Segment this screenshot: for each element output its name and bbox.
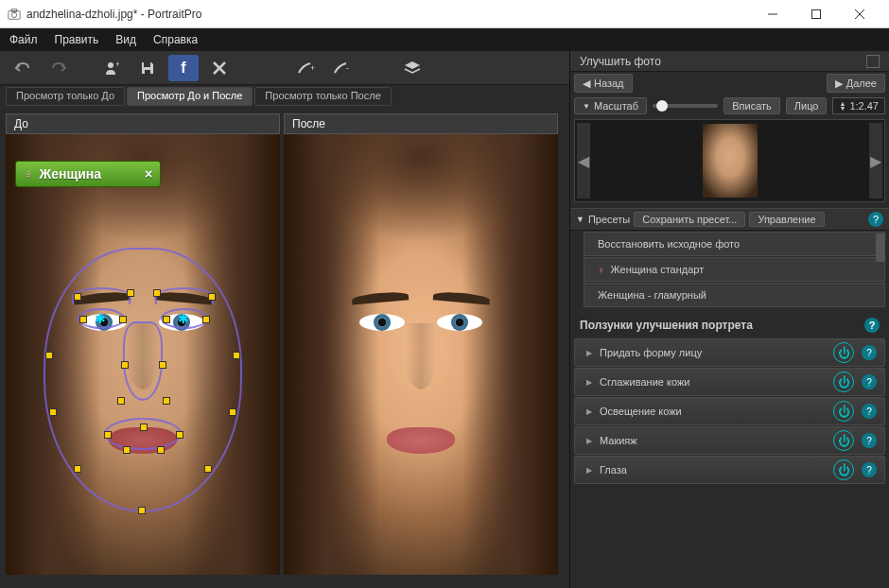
svg-rect-4: [812, 9, 821, 18]
triangle-right-icon: ▶: [586, 466, 592, 475]
preset-scrollbar[interactable]: [876, 233, 885, 262]
triangle-right-icon: ▶: [586, 378, 592, 387]
close-button[interactable]: [838, 0, 881, 28]
venus-icon: ♀: [598, 265, 605, 275]
tab-before-only[interactable]: Просмотр только До: [6, 87, 125, 106]
tab-after-only[interactable]: Просмотр только После: [254, 87, 391, 106]
tab-before-after[interactable]: Просмотр До и После: [127, 87, 253, 106]
strip-prev-button[interactable]: ◀: [577, 123, 590, 199]
save-button[interactable]: [132, 55, 163, 81]
triangle-left-icon: ◀: [583, 78, 590, 90]
triangle-right-icon: ▶: [586, 349, 592, 357]
manage-presets-button[interactable]: Управление: [749, 212, 824, 227]
triangle-right-icon: ▶: [586, 437, 592, 445]
svg-text:-: -: [346, 63, 349, 73]
panel-title: Улучшить фото: [580, 55, 661, 68]
zoom-label[interactable]: ▼Масштаб: [574, 97, 647, 114]
undo-button[interactable]: [8, 55, 38, 81]
menu-help[interactable]: Справка: [153, 33, 198, 46]
svg-rect-10: [145, 70, 150, 74]
control-skin-smoothing[interactable]: ▶ Сглаживание кожи ⏻ ?: [574, 368, 885, 396]
facebook-button[interactable]: f: [168, 55, 199, 81]
image-view-area: Просмотр только До Просмотр До и После П…: [0, 85, 569, 588]
controls-section-title: Ползунки улучшения портрета ?: [570, 313, 889, 337]
minimize-button[interactable]: [751, 0, 794, 28]
menu-edit[interactable]: Править: [55, 33, 99, 46]
help-icon[interactable]: ?: [862, 404, 877, 419]
right-panel: Улучшить фото ◀Назад ▶Далее ▼Масштаб Впи…: [569, 51, 889, 588]
control-face-shape[interactable]: ▶ Придать форму лицу ⏻ ?: [574, 338, 885, 367]
presets-section-header[interactable]: ▼ Пресеты Сохранить пресет... Управление…: [570, 208, 889, 231]
save-preset-button[interactable]: Сохранить пресет...: [634, 212, 745, 227]
zoom-value[interactable]: ▲▼1:2.47: [832, 97, 885, 114]
layers-button[interactable]: [397, 55, 427, 81]
thumbnail-strip: ◀ ▶: [574, 119, 885, 202]
help-icon[interactable]: ?: [862, 433, 877, 448]
menubar: Файл Править Вид Справка: [0, 28, 889, 51]
menu-view[interactable]: Вид: [115, 33, 136, 46]
control-skin-lighting[interactable]: ▶ Освещение кожи ⏻ ?: [574, 397, 885, 425]
panel-header: Улучшить фото: [570, 51, 889, 72]
help-icon[interactable]: ?: [862, 374, 877, 389]
delete-button[interactable]: [204, 55, 235, 81]
face-thumbnail[interactable]: [703, 124, 758, 198]
control-makeup[interactable]: ▶ Макияж ⏻ ?: [574, 426, 885, 455]
strip-next-button[interactable]: ▶: [869, 123, 882, 199]
menu-file[interactable]: Файл: [9, 33, 38, 46]
view-tabs: Просмотр только До Просмотр До и После П…: [0, 85, 569, 108]
maximize-button[interactable]: [794, 0, 838, 28]
before-image[interactable]: ♀ Женщина × ✱ ✱: [6, 134, 280, 575]
power-icon[interactable]: ⏻: [833, 430, 854, 451]
preset-item[interactable]: Восстановить исходное фото: [584, 232, 885, 256]
power-icon[interactable]: ⏻: [833, 459, 854, 480]
fit-button[interactable]: Вписать: [723, 97, 780, 114]
svg-text:+: +: [115, 61, 119, 69]
help-icon[interactable]: ?: [868, 212, 883, 227]
window-title: andzhelina-dzholi.jpg* - PortraitPro: [26, 8, 751, 21]
triangle-down-icon: ▼: [576, 215, 584, 224]
face-mesh-overlay[interactable]: ✱ ✱: [6, 134, 280, 575]
after-label: После: [284, 113, 558, 134]
titlebar: andzhelina-dzholi.jpg* - PortraitPro: [0, 0, 889, 28]
face-button[interactable]: Лицо: [786, 97, 828, 114]
help-icon[interactable]: ?: [862, 462, 877, 477]
power-icon[interactable]: ⏻: [833, 401, 854, 422]
zoom-slider[interactable]: [653, 104, 718, 108]
control-eyes[interactable]: ▶ Глаза ⏻ ?: [574, 456, 885, 484]
help-icon[interactable]: ?: [864, 318, 880, 333]
preset-item[interactable]: Женщина - гламурный: [584, 283, 885, 307]
redo-button[interactable]: [44, 55, 74, 81]
after-pane: После: [284, 113, 558, 575]
expand-icon[interactable]: [866, 55, 880, 68]
svg-text:+: +: [310, 63, 315, 73]
after-image[interactable]: [284, 134, 558, 575]
power-icon[interactable]: ⏻: [833, 372, 854, 392]
back-button[interactable]: ◀Назад: [574, 74, 633, 93]
before-pane: До ♀ Женщина ×: [6, 113, 280, 575]
help-icon[interactable]: ?: [862, 345, 877, 360]
before-label: До: [6, 113, 280, 134]
person-button[interactable]: +: [96, 55, 127, 81]
svg-point-7: [108, 62, 113, 68]
preset-item[interactable]: ♀Женщина стандарт: [584, 257, 885, 282]
brush-plus-button[interactable]: +: [291, 55, 322, 81]
triangle-right-icon: ▶: [586, 407, 592, 416]
svg-point-1: [11, 12, 16, 17]
next-button[interactable]: ▶Далее: [827, 74, 885, 93]
triangle-right-icon: ▶: [835, 78, 843, 90]
power-icon[interactable]: ⏻: [833, 342, 854, 363]
svg-rect-9: [144, 62, 150, 67]
camera-icon: [8, 8, 21, 21]
brush-minus-button[interactable]: -: [327, 55, 357, 81]
